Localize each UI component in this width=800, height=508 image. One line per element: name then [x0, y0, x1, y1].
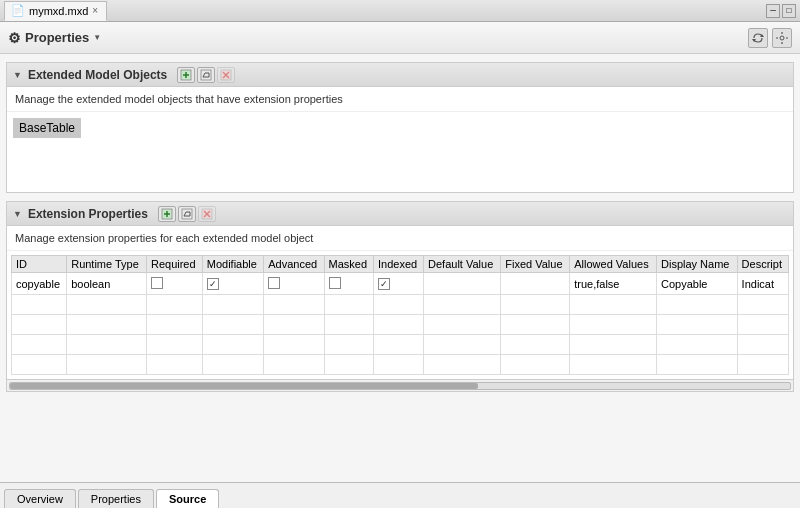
cell-indexed: [373, 273, 423, 295]
col-required: Required: [146, 256, 202, 273]
cell-fixed-value: [501, 273, 570, 295]
required-checkbox[interactable]: [151, 277, 163, 289]
ep-add-button[interactable]: [158, 206, 176, 222]
cell-masked: [324, 273, 373, 295]
col-indexed: Indexed: [373, 256, 423, 273]
col-modifiable: Modifiable: [202, 256, 264, 273]
properties-title-group: ⚙ Properties ▼: [8, 30, 101, 46]
advanced-checkbox[interactable]: [268, 277, 280, 289]
editor-tab[interactable]: 📄 mymxd.mxd ×: [4, 1, 107, 21]
tab-properties[interactable]: Properties: [78, 489, 154, 508]
scrollbar-thumb[interactable]: [10, 383, 478, 389]
bottom-tabs: Overview Properties Source: [0, 482, 800, 508]
col-fixed-value: Fixed Value: [501, 256, 570, 273]
cell-required: [146, 273, 202, 295]
properties-title-label: Properties: [25, 30, 89, 45]
horizontal-scrollbar[interactable]: [7, 379, 793, 391]
cell-id: copyable: [12, 273, 67, 295]
cell-display-name: Copyable: [657, 273, 738, 295]
ep-section-title: Extension Properties: [28, 207, 148, 221]
table-row[interactable]: copyable boolean true,false Copyable In: [12, 273, 789, 295]
maximize-button[interactable]: □: [782, 4, 796, 18]
config-button[interactable]: [772, 28, 792, 48]
window-controls: ─ □: [766, 4, 796, 18]
panel-scroll[interactable]: ▼ Extended Model Objects: [0, 54, 800, 482]
indexed-checkbox[interactable]: [378, 278, 390, 290]
tab-overview[interactable]: Overview: [4, 489, 76, 508]
header-toolbar: [748, 28, 792, 48]
table-row: [12, 355, 789, 375]
tab-source[interactable]: Source: [156, 489, 219, 508]
title-bar: 📄 mymxd.mxd × ─ □: [0, 0, 800, 22]
col-masked: Masked: [324, 256, 373, 273]
emo-section-title: Extended Model Objects: [28, 68, 167, 82]
emo-collapse-arrow[interactable]: ▼: [13, 70, 22, 80]
col-advanced: Advanced: [264, 256, 324, 273]
ep-delete-button[interactable]: [198, 206, 216, 222]
emo-section-header: ▼ Extended Model Objects: [7, 63, 793, 87]
table-row: [12, 315, 789, 335]
modifiable-checkbox[interactable]: [207, 278, 219, 290]
properties-dropdown-arrow[interactable]: ▼: [93, 33, 101, 42]
tab-close-icon[interactable]: ×: [92, 5, 98, 16]
ep-toolbar: [158, 206, 216, 222]
svg-point-2: [780, 36, 784, 40]
ep-section-header: ▼ Extension Properties: [7, 202, 793, 226]
emo-delete-button[interactable]: [217, 67, 235, 83]
masked-checkbox[interactable]: [329, 277, 341, 289]
cell-advanced: [264, 273, 324, 295]
col-display-name: Display Name: [657, 256, 738, 273]
cell-modifiable: [202, 273, 264, 295]
ep-edit-button[interactable]: [178, 206, 196, 222]
table-header-row: ID Runtime Type Required Modifiable Adva…: [12, 256, 789, 273]
ep-description: Manage extension properties for each ext…: [7, 226, 793, 251]
col-runtime-type: Runtime Type: [67, 256, 147, 273]
col-id: ID: [12, 256, 67, 273]
ep-table-container[interactable]: ID Runtime Type Required Modifiable Adva…: [7, 251, 793, 379]
cell-runtime-type: boolean: [67, 273, 147, 295]
table-row: [12, 335, 789, 355]
main-panel: ⚙ Properties ▼ ▼ Extended Model Objects: [0, 22, 800, 482]
sync-button[interactable]: [748, 28, 768, 48]
emo-edit-button[interactable]: [197, 67, 215, 83]
emo-add-button[interactable]: [177, 67, 195, 83]
extended-model-objects-section: ▼ Extended Model Objects: [6, 62, 794, 193]
scrollbar-track[interactable]: [9, 382, 791, 390]
emo-content: BaseTable: [7, 112, 793, 192]
col-description: Descript: [737, 256, 788, 273]
col-allowed-values: Allowed Values: [570, 256, 657, 273]
cell-description: Indicat: [737, 273, 788, 295]
col-default-value: Default Value: [424, 256, 501, 273]
emo-description: Manage the extended model objects that h…: [7, 87, 793, 112]
properties-icon: ⚙: [8, 30, 21, 46]
table-row: [12, 295, 789, 315]
extension-properties-table: ID Runtime Type Required Modifiable Adva…: [11, 255, 789, 375]
ep-collapse-arrow[interactable]: ▼: [13, 209, 22, 219]
tab-label: mymxd.mxd: [29, 5, 88, 17]
emo-toolbar: [177, 67, 235, 83]
base-table-item[interactable]: BaseTable: [13, 118, 81, 138]
properties-header: ⚙ Properties ▼: [0, 22, 800, 54]
minimize-button[interactable]: ─: [766, 4, 780, 18]
cell-default-value: [424, 273, 501, 295]
cell-allowed-values: true,false: [570, 273, 657, 295]
extension-properties-section: ▼ Extension Properties: [6, 201, 794, 392]
file-icon: 📄: [11, 4, 25, 17]
